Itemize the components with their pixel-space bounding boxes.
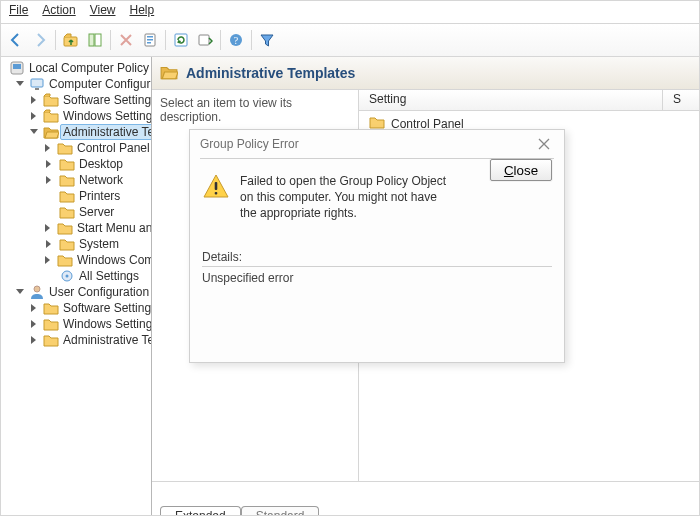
expand-icon[interactable]	[29, 95, 39, 105]
help-button[interactable]: ?	[225, 29, 247, 51]
expand-icon[interactable]	[29, 319, 39, 329]
description-prompt: Select an item to view its description.	[160, 96, 292, 124]
close-button[interactable]: Close	[490, 159, 552, 181]
collapse-icon[interactable]	[15, 287, 25, 297]
user-icon	[29, 284, 45, 300]
menu-action[interactable]: Action	[42, 3, 75, 21]
expand-icon[interactable]	[29, 303, 39, 313]
folder-icon	[43, 108, 59, 124]
expand-icon[interactable]	[43, 239, 55, 249]
delete-button[interactable]	[115, 29, 137, 51]
expand-icon[interactable]	[43, 175, 55, 185]
tree-label: Printers	[79, 189, 120, 203]
svg-rect-7	[175, 34, 187, 46]
menubar: File Action View Help	[1, 1, 699, 24]
column-label: Setting	[369, 92, 406, 106]
tree-desktop[interactable]: Desktop	[1, 156, 151, 172]
properties-button[interactable]	[139, 29, 161, 51]
tree-root[interactable]: Local Computer Policy	[1, 60, 151, 76]
tree-label: Windows Settings	[63, 317, 151, 331]
tree-label: Network	[79, 173, 123, 187]
forward-button[interactable]	[29, 29, 51, 51]
filter-button[interactable]	[256, 29, 278, 51]
dialog-details: Details: Unspecified error	[202, 250, 552, 289]
menu-file[interactable]: File	[9, 3, 28, 21]
tree-label: Windows Settings	[63, 109, 151, 123]
forward-icon	[32, 32, 48, 48]
collapse-icon[interactable]	[15, 79, 25, 89]
toolbar-separator	[165, 30, 166, 50]
details-h-scrollbar[interactable]	[342, 482, 699, 496]
folder-icon	[59, 156, 75, 172]
local-policy-icon	[9, 60, 25, 76]
column-label: S	[673, 92, 681, 106]
svg-text:?: ?	[234, 35, 239, 46]
tree-uc-software[interactable]: Software Settings	[1, 300, 151, 316]
tree-start-menu[interactable]: Start Menu and Taskbar	[1, 220, 151, 236]
details-heading: Administrative Templates	[152, 57, 699, 90]
folder-icon	[59, 172, 75, 188]
expand-icon[interactable]	[29, 111, 39, 121]
svg-rect-13	[31, 79, 43, 87]
tree-label: All Settings	[79, 269, 139, 283]
tree-control-panel[interactable]: Control Panel	[1, 140, 151, 156]
tree-system[interactable]: System	[1, 236, 151, 252]
tree-network[interactable]: Network	[1, 172, 151, 188]
tab-extended[interactable]: Extended	[160, 506, 241, 516]
tree-all-settings[interactable]: All Settings	[1, 268, 151, 284]
menu-action-label: Action	[42, 3, 75, 17]
folder-open-icon	[160, 63, 178, 84]
tree-uc-admin[interactable]: Administrative Templates	[1, 332, 151, 348]
up-one-level-button[interactable]	[60, 29, 82, 51]
tree-uc-windows[interactable]: Windows Settings	[1, 316, 151, 332]
tree-printers[interactable]: Printers	[1, 188, 151, 204]
tree-user-config[interactable]: User Configuration	[1, 284, 151, 300]
column-state[interactable]: S	[663, 90, 699, 110]
tree-windows-settings[interactable]: Windows Settings	[1, 108, 151, 124]
expand-icon[interactable]	[43, 159, 55, 169]
menu-file-label: File	[9, 3, 28, 17]
expand-icon[interactable]	[43, 223, 53, 233]
tree-windows-components[interactable]: Windows Components	[1, 252, 151, 268]
close-button-label: Close	[504, 163, 538, 178]
expand-icon[interactable]	[29, 335, 39, 345]
tree-label: Software Settings	[63, 93, 151, 107]
expand-icon[interactable]	[43, 255, 53, 265]
folder-icon	[57, 140, 73, 156]
refresh-icon	[173, 32, 189, 48]
folder-icon	[57, 252, 73, 268]
show-hide-tree-icon	[87, 32, 103, 48]
folder-icon	[43, 332, 59, 348]
tree-label: Server	[79, 205, 114, 219]
menu-view[interactable]: View	[90, 3, 116, 21]
refresh-button[interactable]	[170, 29, 192, 51]
dialog-body: Failed to open the Group Policy Object o…	[190, 159, 564, 362]
svg-rect-20	[215, 192, 218, 195]
error-dialog: Group Policy Error Failed to open the Gr…	[189, 129, 565, 363]
folder-open-icon	[43, 124, 59, 140]
show-hide-tree-button[interactable]	[84, 29, 106, 51]
menu-help-label: Help	[130, 3, 155, 17]
tree-computer-config[interactable]: Computer Configuration	[1, 76, 151, 92]
expand-icon[interactable]	[43, 143, 53, 153]
tree-label: Administrative Templates	[63, 333, 151, 347]
tree-server[interactable]: Server	[1, 204, 151, 220]
toolbar-separator	[110, 30, 111, 50]
svg-rect-1	[89, 34, 94, 46]
tree-admin-templates[interactable]: Administrative Templates	[1, 124, 151, 140]
dialog-close-button[interactable]	[534, 134, 554, 154]
tree-label: Software Settings	[63, 301, 151, 315]
console-tree: Local Computer Policy Computer Configura…	[1, 57, 152, 516]
export-list-button[interactable]	[194, 29, 216, 51]
folder-icon	[43, 92, 59, 108]
tree-software-settings[interactable]: Software Settings	[1, 92, 151, 108]
toolbar-separator	[251, 30, 252, 50]
tree-label: Control Panel	[77, 141, 150, 155]
tree-h-scrollbar[interactable]	[1, 506, 151, 516]
tab-standard[interactable]: Standard	[241, 506, 320, 516]
back-button[interactable]	[5, 29, 27, 51]
collapse-icon[interactable]	[29, 127, 39, 137]
column-setting[interactable]: Setting	[359, 90, 663, 110]
menu-help[interactable]: Help	[130, 3, 155, 21]
warning-icon	[202, 173, 230, 201]
